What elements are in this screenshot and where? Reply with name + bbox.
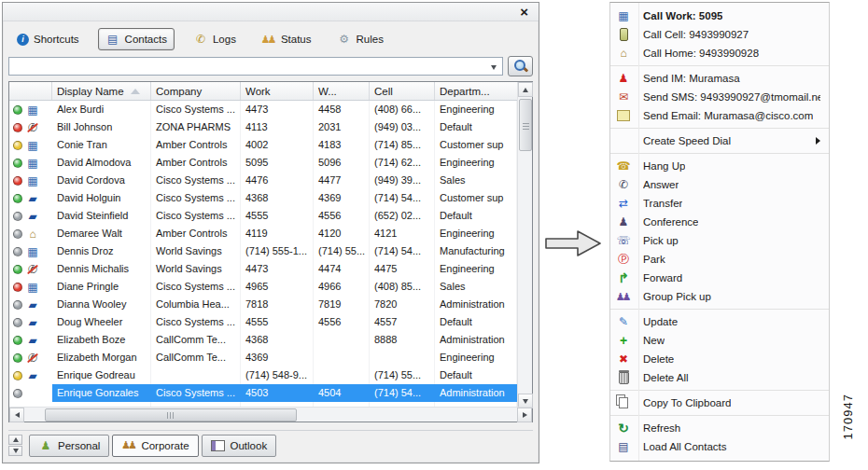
presence-gray-icon [13, 212, 22, 221]
dropdown-arrow-icon[interactable] [491, 65, 497, 70]
tab-status[interactable]: ♟♟Status [255, 29, 318, 49]
cell-company: Cisco Systems ... [151, 207, 241, 225]
row-icons: ✆ [9, 351, 52, 366]
close-icon[interactable]: × [520, 3, 528, 21]
cell-company [151, 366, 241, 384]
menu-item-create-speed-dial[interactable]: Create Speed Dial [610, 131, 829, 150]
menu-item-send-email-muramasa-cisco-com[interactable]: Send Email: Muramasa@cisco.com [610, 106, 829, 125]
horizontal-scrollbar[interactable] [9, 407, 532, 422]
menu-item-answer[interactable]: ✆Answer [610, 175, 829, 194]
table-row[interactable]: ▦Conie TranAmber Controls40024183(714) 8… [9, 136, 517, 154]
cell-dept: Default [435, 366, 517, 384]
tab-shortcuts[interactable]: iShortcuts [10, 31, 86, 48]
column-label: Work [245, 86, 271, 97]
column-header-work[interactable]: Work [241, 82, 314, 100]
search-button[interactable] [508, 56, 533, 76]
menu-item-load-all-contacts[interactable]: ▤Load All Contacts [610, 437, 829, 456]
row-icons: ✆ [9, 262, 52, 277]
menu-item-send-im-muramasa[interactable]: ♟Send IM: Muramasa [610, 69, 829, 88]
table-row[interactable]: ✆Dennis MichalisWorld Savings44734474447… [9, 260, 517, 278]
cell-work: 4555 [241, 313, 314, 331]
tab-rules[interactable]: ⚙Rules [330, 29, 390, 49]
vertical-scrollbar[interactable] [517, 82, 532, 408]
bottom-tab-outlook[interactable]: Outlook [202, 435, 277, 457]
scroll-up-button[interactable] [518, 82, 533, 97]
table-row[interactable]: ▦Diane PringleCisco Systems ...49654966(… [9, 278, 517, 296]
bottom-tab-corporate[interactable]: ♟♟Corporate [112, 435, 198, 457]
menu-item-group-pick-up[interactable]: ♟♟Group Pick up [610, 287, 829, 306]
table-row[interactable]: ▰David SteinfieldCisco Systems ...455545… [9, 207, 517, 225]
menu-item-call-home-9493990928[interactable]: ⌂Call Home: 9493990928 [610, 44, 829, 62]
cell-work: 4369 [241, 349, 314, 366]
table-row[interactable]: ▦Dennis DrozWorld Savings(714) 555-1...(… [9, 242, 517, 260]
menu-item-delete-all[interactable]: Delete All [610, 368, 829, 387]
scroll-right-button[interactable] [517, 408, 532, 422]
titlebar[interactable]: × [3, 3, 539, 21]
table-row[interactable]: ▦Alex BurdiCisco Systems ...44734458(408… [9, 101, 517, 118]
group-people-icon: ♟♟ [615, 289, 632, 304]
menu-item-call-work-5095[interactable]: ▦Call Work: 5095 [610, 7, 829, 25]
sort-ascending-icon [131, 89, 140, 94]
menu-item-pick-up[interactable]: ☏Pick up [610, 231, 829, 250]
table-row[interactable]: Enrique GonzalesCisco Systems ...4503450… [9, 384, 517, 402]
cell-w2: 4966 [314, 278, 370, 296]
transition-arrow-icon [545, 228, 603, 259]
presence-green-icon [13, 353, 22, 363]
menu-item-forward[interactable]: ↱Forward [610, 269, 829, 287]
cell-name: Dianna Wooley [52, 296, 151, 313]
column-label: Departm... [440, 86, 490, 97]
menu-item-park[interactable]: ⓅPark [610, 250, 829, 269]
table-row[interactable]: ▦David CordovaCisco Systems ...44764477(… [9, 172, 517, 189]
menu-item-send-sms-9493990927-tmomail-net[interactable]: ✉Send SMS: 9493990927@tmomail.net [610, 88, 829, 106]
scroll-left-button[interactable] [9, 408, 24, 422]
table-row[interactable]: ▦David AlmodovaAmber Controls50955096(71… [9, 154, 517, 172]
table-row[interactable]: ▰Doug WheelerCisco Systems ...4555455645… [9, 313, 517, 331]
menu-separator [610, 309, 829, 310]
column-header-w2[interactable]: W... [314, 82, 370, 100]
menu-item-refresh[interactable]: ↻Refresh [610, 419, 829, 437]
window-content: iShortcuts▤Contacts✆Logs♟♟Status⚙Rules D… [8, 26, 533, 458]
menu-item-update[interactable]: ✎Update [610, 312, 829, 331]
search-input[interactable] [9, 58, 502, 75]
tab-label: Personal [58, 440, 100, 451]
menu-item-delete[interactable]: ✖Delete [610, 350, 829, 368]
menu-item-label: Refresh [643, 422, 680, 434]
spin-up-button[interactable] [8, 435, 22, 445]
menu-item-conference[interactable]: ♟Conference [610, 213, 829, 231]
table-row[interactable]: ▰David HolguinCisco Systems ...43684369(… [9, 189, 517, 207]
column-header-company[interactable]: Company [151, 82, 241, 100]
table-row[interactable]: ▰Elizabeth BozeCallComm Te...43688888Adm… [9, 331, 517, 349]
cell-company: Columbia Hea... [151, 296, 241, 313]
table-row[interactable]: ▰Enrique Godreau(714) 548-9...(714) 55..… [9, 366, 517, 384]
row-icons: ▦ [9, 244, 52, 259]
search-combo[interactable] [8, 57, 503, 76]
presence-gray-icon [13, 247, 22, 256]
column-header-dept[interactable]: Departm... [435, 82, 517, 100]
table-row[interactable]: ▰Dianna WooleyColumbia Hea...78187819782… [9, 296, 517, 313]
menu-item-call-cell-9493990927[interactable]: Call Cell: 9493990927 [610, 25, 829, 44]
tab-contacts[interactable]: ▤Contacts [98, 28, 175, 50]
menu-item-hang-up[interactable]: ☎Hang Up [610, 157, 829, 175]
vertical-scrollbar-thumb[interactable] [519, 99, 532, 151]
blank-icon [615, 133, 632, 148]
table-row[interactable]: ✆Bill JohnsonZONA PHARMS41132031(949) 03… [9, 118, 517, 136]
cell-work: (714) 555-1... [241, 242, 314, 260]
column-header-cell[interactable]: Cell [370, 82, 435, 100]
tab-label: Shortcuts [34, 34, 79, 45]
cell-dept: Engineering [435, 101, 517, 118]
note-icon [615, 108, 632, 123]
cell-work: 4119 [241, 225, 314, 242]
bottom-tab-personal[interactable]: ♟Personal [29, 435, 109, 457]
menu-item-transfer[interactable]: ⇄Transfer [610, 194, 829, 213]
horizontal-scrollbar-thumb[interactable] [45, 408, 297, 422]
table-row[interactable]: ✆Elizabeth MorganCallComm Te...4369Engin… [9, 349, 517, 366]
menu-item-new[interactable]: +New [610, 331, 829, 350]
column-header-name[interactable]: Display Name [52, 82, 151, 100]
spin-down-button[interactable] [8, 446, 22, 456]
table-row[interactable]: ⌂Demaree WaltAmber Controls411941204121E… [9, 225, 517, 242]
cell-w2 [314, 349, 370, 366]
menu-item-copy-to-clipboard[interactable]: Copy To Clipboard [610, 394, 829, 412]
cell-name: Doug Wheeler [52, 313, 151, 331]
tab-logs[interactable]: ✆Logs [187, 29, 243, 49]
tab-label: Contacts [125, 34, 167, 45]
